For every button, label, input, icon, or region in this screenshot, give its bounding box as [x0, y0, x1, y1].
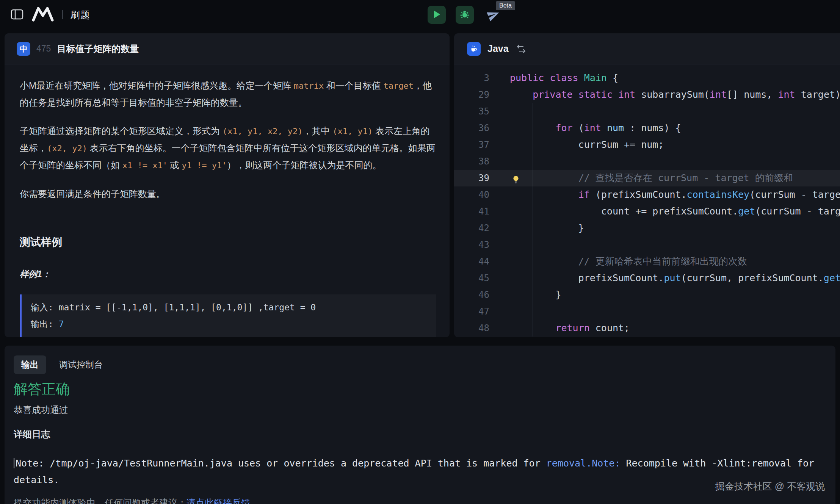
feedback-text: 提交功能内测体验中，任何问题或者建议：: [14, 498, 186, 504]
sidebar-toggle-icon: [11, 9, 24, 21]
line-number[interactable]: 46: [454, 286, 489, 303]
code-text: // 查找是否存在 currSum - target 的前缀和: [510, 170, 793, 186]
bug-icon: [459, 8, 471, 22]
line-number[interactable]: 38: [454, 153, 489, 170]
tab-output[interactable]: 输出: [14, 355, 46, 374]
sample-input-value: matrix = [[-1,1,0], [1,1,1], [0,1,0]] ,t…: [53, 302, 316, 312]
code-line[interactable]: 36 for (int num : nums) {: [454, 120, 840, 136]
code-line[interactable]: 41 count += prefixSumCount.get(currSum -…: [454, 203, 840, 220]
language-label: Java: [487, 43, 509, 54]
result-title: 解答正确: [14, 381, 835, 398]
output-panel: 输出 调试控制台 解答正确 恭喜成功通过 详细日志 Note: /tmp/oj-…: [5, 346, 835, 504]
problem-panel: 中 475 目标值子矩阵的数量 小M最近在研究矩阵，他对矩阵中的子矩阵很感兴趣。…: [5, 33, 450, 337]
section-divider: [20, 217, 436, 217]
text-caret: [14, 458, 14, 468]
beta-badge: Beta: [496, 1, 515, 10]
code-line[interactable]: 40 if (prefixSumCount.containsKey(currSu…: [454, 186, 840, 203]
example-label: 样例1：: [20, 266, 436, 282]
sample-input-label: 输入:: [31, 302, 53, 312]
line-number[interactable]: 35: [454, 103, 489, 120]
code-editor-panel: Java 3public class Main {29 private stat…: [454, 33, 840, 337]
sample-output-value: 7: [53, 319, 64, 329]
code-line[interactable]: 44 // 更新哈希表中当前前缀和出现的次数: [454, 253, 840, 270]
code-line[interactable]: 43: [454, 236, 840, 253]
java-language-icon: [467, 42, 481, 56]
feedback-link[interactable]: 请点此链接反馈: [186, 498, 250, 504]
problem-paragraph: 子矩阵通过选择矩阵的某个矩形区域定义，形式为 (x1, y1, x2, y2)，…: [20, 123, 436, 174]
problem-description: 小M最近在研究矩阵，他对矩阵中的子矩阵很感兴趣。给定一个矩阵 matrix 和一…: [5, 64, 450, 337]
brand-divider: [62, 10, 63, 19]
code-line[interactable]: 42 }: [454, 220, 840, 236]
code-text: if (prefixSumCount.containsKey(currSum -…: [510, 186, 840, 203]
switch-language-icon[interactable]: [516, 44, 526, 53]
line-number[interactable]: 3: [454, 70, 489, 86]
code-text: for (int num : nums) {: [510, 120, 681, 136]
code-text: return count;: [510, 320, 630, 337]
code-line[interactable]: 37 currSum += num;: [454, 136, 840, 153]
problem-title: 目标值子矩阵的数量: [57, 43, 139, 55]
output-tabs: 输出 调试控制台: [14, 355, 835, 374]
code-text: public class Main {: [510, 70, 618, 86]
line-number[interactable]: 45: [454, 270, 489, 286]
topbar: 刷题 Beta: [0, 0, 840, 30]
line-number[interactable]: 29: [454, 86, 489, 103]
line-number[interactable]: 44: [454, 253, 489, 270]
code-editor[interactable]: 3public class Main {29 private static in…: [454, 64, 840, 337]
result-subtitle: 恭喜成功通过: [14, 405, 835, 415]
sidebar-toggle-button[interactable]: [11, 9, 24, 21]
sample-io-block: 输入: matrix = [[-1,1,0], [1,1,1], [0,1,0]…: [20, 294, 436, 337]
line-number[interactable]: 42: [454, 220, 489, 236]
tab-debug-console[interactable]: 调试控制台: [58, 355, 104, 374]
app-name: 刷题: [71, 9, 90, 21]
sample-output-line: 输出: 7: [31, 316, 427, 332]
code-line[interactable]: 35: [454, 103, 840, 120]
code-line[interactable]: 48 return count;: [454, 320, 840, 337]
code-line[interactable]: 45 prefixSumCount.put(currSum, prefixSum…: [454, 270, 840, 286]
problem-paragraph: 你需要返回满足条件的子矩阵数量。: [20, 186, 436, 202]
line-number[interactable]: 39: [454, 170, 489, 186]
feedback-row: 提交功能内测体验中，任何问题或者建议：请点此链接反馈: [14, 497, 835, 504]
problem-header: 中 475 目标值子矩阵的数量: [5, 33, 450, 64]
line-number[interactable]: 48: [454, 320, 489, 337]
line-number[interactable]: 43: [454, 236, 489, 253]
log-heading: 详细日志: [14, 429, 835, 439]
problem-id: 475: [36, 44, 51, 54]
code-text: }: [510, 286, 561, 303]
code-line[interactable]: 3public class Main {: [454, 70, 840, 86]
watermark: 掘金技术社区 @ 不客观说: [715, 480, 825, 493]
debug-button[interactable]: [456, 6, 474, 24]
code-text: private static int subarraySum(int[] num…: [510, 86, 840, 103]
submit-button[interactable]: Beta: [484, 6, 503, 24]
code-text: currSum += num;: [510, 136, 664, 153]
line-number[interactable]: 37: [454, 136, 489, 153]
line-number[interactable]: 40: [454, 186, 489, 203]
sample-output-label: 输出:: [31, 319, 53, 329]
code-text: count += prefixSumCount.get(currSum - ta…: [510, 203, 840, 220]
code-line[interactable]: 47: [454, 303, 840, 320]
run-button[interactable]: [428, 6, 446, 24]
app-logo-icon: [31, 6, 55, 23]
code-text: }: [510, 220, 584, 236]
log-line: Note: /tmp/oj-java/TestRunnerMain.java u…: [14, 455, 835, 488]
code-text: prefixSumCount.put(currSum, prefixSumCou…: [510, 270, 840, 286]
editor-header: Java: [454, 33, 840, 64]
line-number[interactable]: 36: [454, 120, 489, 136]
sample-input-line: 输入: matrix = [[-1,1,0], [1,1,1], [0,1,0]…: [31, 299, 427, 316]
problem-paragraph: 小M最近在研究矩阵，他对矩阵中的子矩阵很感兴趣。给定一个矩阵 matrix 和一…: [20, 77, 436, 111]
examples-heading: 测试样例: [20, 234, 436, 250]
difficulty-badge: 中: [17, 42, 30, 56]
code-line[interactable]: 39 // 查找是否存在 currSum - target 的前缀和: [454, 170, 840, 186]
play-icon: [433, 10, 440, 20]
code-line[interactable]: 29 private static int subarraySum(int[] …: [454, 86, 840, 103]
line-number[interactable]: 41: [454, 203, 489, 220]
code-line[interactable]: 38: [454, 153, 840, 170]
code-line[interactable]: 46 }: [454, 286, 840, 303]
line-number[interactable]: 47: [454, 303, 489, 320]
code-text: // 更新哈希表中当前前缀和出现的次数: [510, 253, 747, 270]
